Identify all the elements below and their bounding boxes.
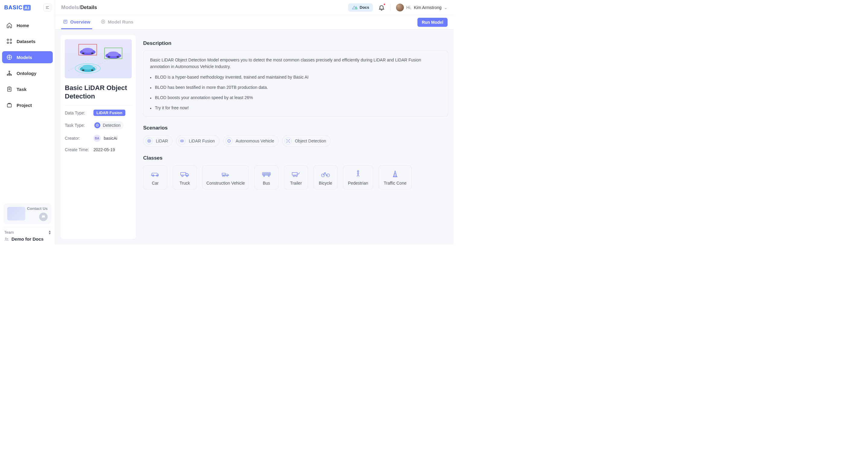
team-name-row[interactable]: Demo for Docs <box>0 236 55 244</box>
overview-icon <box>63 19 68 24</box>
description-paragraph: Basic LiDAR Object Detection Model empow… <box>150 57 441 70</box>
svg-point-15 <box>101 20 105 24</box>
svg-rect-42 <box>181 173 186 175</box>
svg-point-8 <box>10 74 11 75</box>
meta-label-creator: Creator: <box>65 136 93 141</box>
classes-title: Classes <box>143 155 448 161</box>
svg-point-2 <box>7 42 9 44</box>
contact-us-label: Contact Us <box>27 206 48 211</box>
models-icon <box>6 54 12 60</box>
svg-rect-9 <box>7 87 11 91</box>
docs-icon <box>352 5 358 10</box>
scenario-chip: LiDAR Fusion <box>176 135 219 147</box>
meta-label-data-type: Data Type: <box>65 110 93 115</box>
docs-button[interactable]: Docs <box>348 3 373 12</box>
team-icon <box>4 237 9 241</box>
sidebar-item-ontology[interactable]: Ontology <box>2 67 53 79</box>
svg-rect-52 <box>292 173 297 175</box>
class-label: Traffic Cone <box>381 181 410 186</box>
contact-us-card[interactable]: Contact Us <box>4 203 51 224</box>
sidebar-collapse-button[interactable] <box>43 4 51 11</box>
team-name: Demo for Docs <box>11 236 44 241</box>
sidebar-item-models[interactable]: Models <box>2 51 53 63</box>
notification-dot <box>384 4 385 5</box>
class-icon <box>381 170 410 178</box>
brand-logo[interactable]: BASICAI <box>4 4 31 11</box>
run-model-button[interactable]: Run Model <box>417 18 447 27</box>
class-card: Bicycle <box>313 165 338 190</box>
tab-model-runs[interactable]: Model Runs <box>99 15 135 29</box>
svg-point-11 <box>5 238 6 239</box>
scenario-chips: LiDAR LiDAR Fusion Autonomous Vehicle <box>143 135 448 147</box>
svg-point-34 <box>148 139 151 143</box>
creator-avatar: BA <box>93 135 101 142</box>
detection-icon <box>94 122 100 128</box>
svg-point-16 <box>102 21 104 22</box>
description-bullet: BLOD has been testified in more than 20T… <box>150 85 441 90</box>
breadcrumb: Models/Details <box>61 4 97 10</box>
scenario-label: Object Detection <box>295 138 326 143</box>
sidebar-item-home[interactable]: Home <box>2 19 53 31</box>
class-label: Bicycle <box>315 181 336 186</box>
scenario-label: Autonomous Vehicle <box>236 138 274 143</box>
tab-overview[interactable]: Overview <box>61 15 92 29</box>
project-icon <box>6 102 12 108</box>
model-thumbnail <box>65 39 132 78</box>
sidebar-item-label: Models <box>17 55 32 60</box>
class-card: Car <box>143 165 167 190</box>
team-selector[interactable]: Team ▴▾ <box>0 230 55 236</box>
model-summary-card: Basic LiDAR Object Detection Data Type: … <box>61 35 136 239</box>
svg-point-5 <box>9 71 10 72</box>
sidebar-item-project[interactable]: Project <box>2 99 53 111</box>
class-card: Traffic Cone <box>378 165 412 190</box>
svg-point-46 <box>222 175 223 176</box>
svg-rect-45 <box>222 173 225 175</box>
svg-rect-49 <box>262 173 270 175</box>
sidebar-item-label: Project <box>17 103 32 108</box>
meta-label-create-time: Create Time: <box>65 147 93 152</box>
class-card: Construction Vehicle <box>202 165 249 190</box>
class-label: Trailer <box>286 181 306 186</box>
class-label: Car <box>145 181 165 186</box>
detail-sections: Description Basic LiDAR Object Detection… <box>143 35 448 239</box>
breadcrumb-root[interactable]: Models <box>61 4 79 10</box>
user-menu[interactable]: Hi, Kim Armstrong ⌄ <box>396 4 447 11</box>
sidebar-item-label: Datasets <box>17 39 36 44</box>
class-icon <box>345 170 371 178</box>
data-type-badge: LiDAR Fusion <box>93 110 125 116</box>
class-icon <box>286 170 306 178</box>
svg-point-44 <box>186 175 188 177</box>
task-type-value: Detection <box>103 123 121 128</box>
sidebar-item-datasets[interactable]: Datasets <box>2 35 53 47</box>
svg-point-47 <box>224 175 225 176</box>
svg-point-39 <box>288 141 288 141</box>
svg-point-43 <box>182 175 183 177</box>
svg-point-53 <box>293 175 295 177</box>
sidebar-item-label: Task <box>17 87 27 92</box>
class-label: Bus <box>256 181 276 186</box>
sidebar-item-task[interactable]: Task <box>2 83 53 95</box>
tab-label: Model Runs <box>108 19 133 24</box>
topbar: Models/Details Docs Hi, Kim Armstrong ⌄ <box>55 0 454 15</box>
svg-rect-10 <box>7 104 11 107</box>
bell-icon <box>378 4 385 11</box>
class-label: Truck <box>175 181 195 186</box>
svg-point-7 <box>9 74 10 75</box>
chat-bubble-icon[interactable] <box>39 212 48 221</box>
updown-icon: ▴▾ <box>49 230 51 235</box>
class-icon <box>204 170 247 178</box>
svg-point-28 <box>82 70 84 71</box>
menu-collapse-icon <box>45 5 50 10</box>
class-card: Trailer <box>284 165 308 190</box>
sidebar-item-label: Home <box>17 23 29 28</box>
username: Kim Armstrong <box>414 5 441 10</box>
greeting: Hi, <box>406 5 411 10</box>
scenario-chip: Autonomous Vehicle <box>223 135 279 147</box>
class-icon <box>175 170 195 178</box>
scenarios-title: Scenarios <box>143 125 448 131</box>
class-label: Pedestrian <box>345 181 371 186</box>
sidebar-item-label: Ontology <box>17 71 36 76</box>
notifications-button[interactable] <box>378 4 385 11</box>
lidar-fusion-icon <box>179 137 186 144</box>
svg-point-57 <box>358 171 359 172</box>
